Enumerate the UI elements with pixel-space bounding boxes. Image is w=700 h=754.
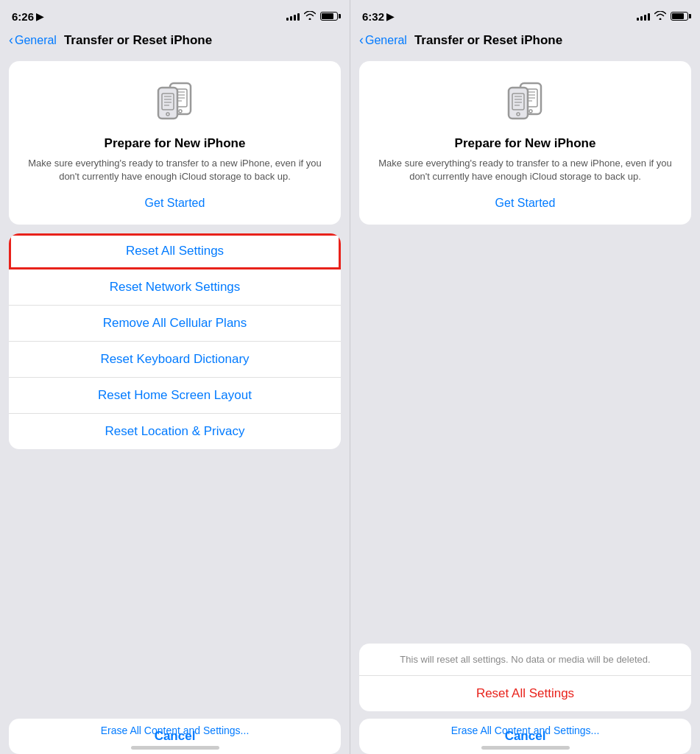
status-bar-left: 6:26 ▶ bbox=[0, 0, 350, 29]
signal-bar-2 bbox=[290, 16, 292, 21]
back-label-left: General bbox=[15, 34, 57, 47]
reset-keyboard-label: Reset Keyboard Dictionary bbox=[100, 352, 249, 367]
dialog-box-right: This will reset all settings. No data or… bbox=[359, 644, 691, 711]
battery-fill-right bbox=[672, 13, 684, 19]
prepare-card-title-right: Prepare for New iPhone bbox=[455, 136, 596, 151]
reset-all-settings-label: Reset All Settings bbox=[126, 244, 224, 258]
prepare-card-desc-right: Make sure everything's ready to transfer… bbox=[371, 157, 679, 183]
left-phone-panel: 6:26 ▶ ‹ Gener bbox=[0, 0, 350, 754]
wifi-icon-left bbox=[304, 11, 316, 22]
dialog-message-right: This will reset all settings. No data or… bbox=[359, 644, 691, 676]
battery-icon-left bbox=[320, 12, 338, 21]
location-icon-right: ▶ bbox=[386, 11, 394, 22]
status-icons-left bbox=[286, 11, 338, 22]
back-button-right[interactable]: ‹ General bbox=[359, 32, 407, 48]
time-left: 6:26 bbox=[12, 10, 34, 23]
status-time-left: 6:26 ▶ bbox=[12, 10, 43, 23]
battery-fill-left bbox=[322, 13, 333, 19]
nav-bar-right: ‹ General Transfer or Reset iPhone bbox=[350, 29, 700, 55]
signal-bar-1 bbox=[286, 18, 289, 21]
prepare-icon-left bbox=[149, 76, 201, 127]
prepare-card-desc-left: Make sure everything's ready to transfer… bbox=[21, 157, 329, 183]
get-started-button-right[interactable]: Get Started bbox=[495, 194, 556, 213]
signal-bar-r4 bbox=[648, 13, 650, 21]
home-indicator-left bbox=[131, 746, 219, 750]
battery-icon-right bbox=[671, 12, 688, 21]
reset-item-cellular[interactable]: Remove All Cellular Plans bbox=[9, 306, 341, 342]
signal-bar-r2 bbox=[640, 16, 643, 21]
reset-item-all-settings[interactable]: Reset All Settings bbox=[9, 233, 341, 269]
get-started-button-left[interactable]: Get Started bbox=[145, 194, 205, 213]
reset-item-network[interactable]: Reset Network Settings bbox=[9, 269, 341, 306]
back-button-left[interactable]: ‹ General bbox=[9, 32, 57, 48]
prepare-card-left: Prepare for New iPhone Make sure everyth… bbox=[9, 61, 341, 225]
svg-point-20 bbox=[529, 110, 532, 113]
dialog-action-reset[interactable]: Reset All Settings bbox=[359, 676, 691, 711]
svg-rect-21 bbox=[509, 88, 528, 119]
right-phone-panel: 6:32 ▶ ‹ Gener bbox=[350, 0, 700, 754]
time-right: 6:32 bbox=[362, 10, 384, 23]
reset-location-label: Reset Location & Privacy bbox=[105, 424, 245, 439]
wifi-icon-right bbox=[654, 11, 666, 22]
prepare-card-title-left: Prepare for New iPhone bbox=[105, 136, 246, 151]
nav-bar-left: ‹ General Transfer or Reset iPhone bbox=[0, 29, 350, 55]
signal-bar-3 bbox=[294, 15, 296, 21]
signal-bar-r3 bbox=[644, 15, 646, 21]
reset-home-screen-label: Reset Home Screen Layout bbox=[98, 388, 252, 403]
reset-list-left: Reset All Settings Reset Network Setting… bbox=[9, 233, 341, 449]
svg-rect-7 bbox=[158, 88, 177, 119]
remove-cellular-label: Remove All Cellular Plans bbox=[103, 316, 247, 331]
svg-point-6 bbox=[179, 110, 182, 113]
status-icons-right bbox=[637, 11, 688, 22]
nav-title-left: Transfer or Reset iPhone bbox=[64, 33, 212, 48]
home-indicator-right bbox=[481, 746, 570, 750]
nav-title-right: Transfer or Reset iPhone bbox=[414, 33, 562, 48]
back-chevron-right: ‹ bbox=[359, 32, 364, 48]
signal-bar-4 bbox=[297, 13, 300, 21]
prepare-icon-right bbox=[500, 76, 551, 127]
back-label-right: General bbox=[365, 34, 407, 47]
status-bar-right: 6:32 ▶ bbox=[350, 0, 700, 29]
reset-item-keyboard[interactable]: Reset Keyboard Dictionary bbox=[9, 342, 341, 378]
signal-bar-r1 bbox=[637, 18, 639, 21]
reset-item-home-screen[interactable]: Reset Home Screen Layout bbox=[9, 378, 341, 414]
prepare-card-right: Prepare for New iPhone Make sure everyth… bbox=[359, 61, 691, 225]
back-chevron-left: ‹ bbox=[9, 32, 13, 48]
signal-bars-right bbox=[637, 12, 650, 21]
reset-network-label: Reset Network Settings bbox=[110, 280, 241, 295]
erase-hint-right[interactable]: Erase All Content and Settings... bbox=[350, 722, 700, 739]
erase-hint-left[interactable]: Erase All Content and Settings... bbox=[0, 722, 350, 739]
status-time-right: 6:32 ▶ bbox=[362, 10, 394, 23]
location-icon-left: ▶ bbox=[36, 11, 43, 22]
signal-bars-left bbox=[286, 12, 300, 21]
reset-item-location[interactable]: Reset Location & Privacy bbox=[9, 414, 341, 449]
